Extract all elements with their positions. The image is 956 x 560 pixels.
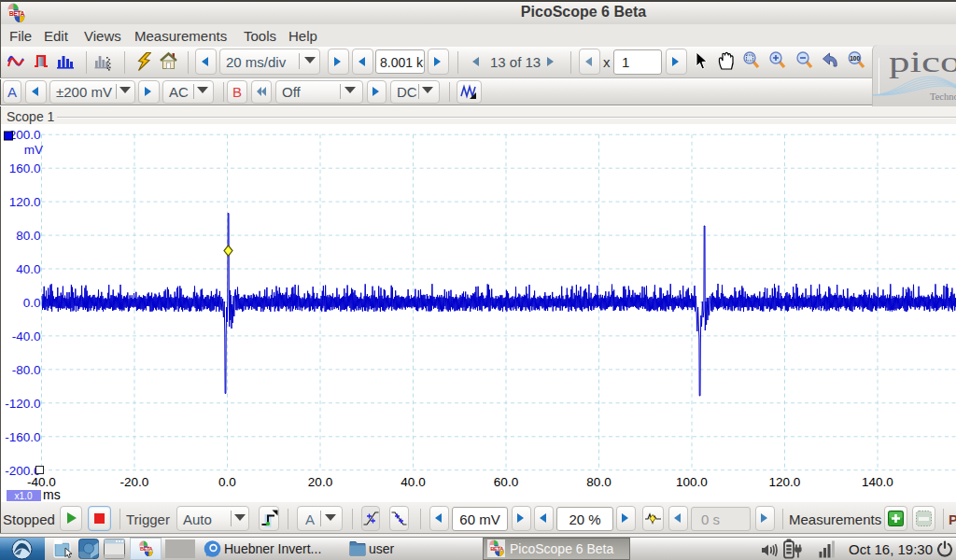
svg-text:-80.0: -80.0 — [12, 363, 41, 377]
svg-text:200.0: 200.0 — [9, 128, 41, 142]
svg-text:-160.0: -160.0 — [5, 430, 40, 444]
svg-text:BETA: BETA — [9, 10, 25, 17]
svg-text:0.0: 0.0 — [218, 475, 236, 489]
svg-text:ms: ms — [43, 487, 61, 502]
svg-text:120.0: 120.0 — [769, 475, 801, 489]
svg-text:BETA: BETA — [140, 546, 153, 552]
svg-text:-40.0: -40.0 — [12, 329, 41, 343]
svg-text:BETA: BETA — [490, 546, 504, 552]
svg-text:0.0: 0.0 — [23, 296, 41, 310]
svg-text:120.0: 120.0 — [9, 195, 41, 209]
svg-text:80.0: 80.0 — [16, 229, 40, 243]
svg-text:160.0: 160.0 — [9, 161, 41, 175]
svg-text:100.0: 100.0 — [676, 475, 708, 489]
svg-text:-20.0: -20.0 — [120, 475, 149, 489]
svg-text:x1.0: x1.0 — [15, 491, 33, 501]
svg-text:40.0: 40.0 — [401, 475, 425, 489]
svg-text:140.0: 140.0 — [862, 475, 893, 489]
svg-text:mV: mV — [24, 143, 43, 157]
svg-text:60.0: 60.0 — [494, 475, 518, 489]
svg-text:40.0: 40.0 — [16, 262, 40, 276]
svg-text:-120.0: -120.0 — [5, 397, 40, 411]
svg-text:80.0: 80.0 — [586, 475, 611, 489]
svg-text:20.0: 20.0 — [308, 475, 332, 489]
svg-text:100: 100 — [850, 55, 860, 62]
